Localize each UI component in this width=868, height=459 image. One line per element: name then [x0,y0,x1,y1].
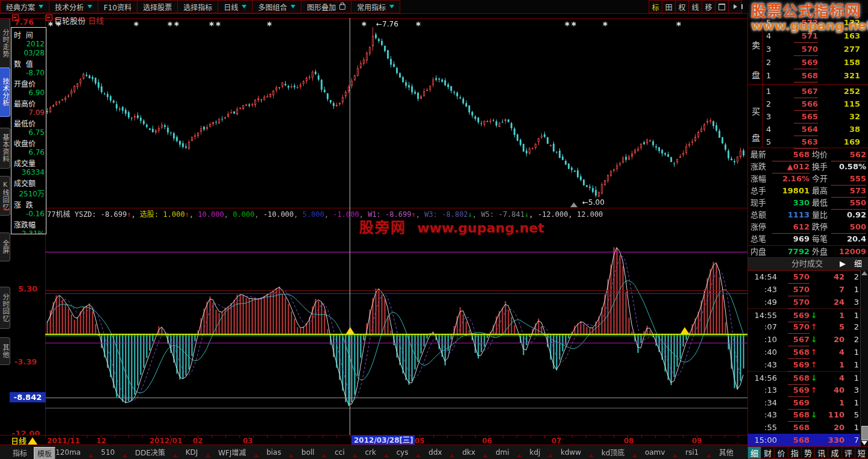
high-annotation: ←7.76 [376,20,398,28]
info-value: -8.70 [11,69,46,78]
candle-star-marker: * [362,23,366,29]
menu-item-label: 多图组合 [258,2,287,12]
menu-item-2[interactable]: F10资料 [98,0,137,13]
tick-row[interactable]: 14:56568↓41 [748,371,860,384]
tick-header-detail-btn[interactable]: 细 [854,258,862,270]
sidebar-tab-全屏[interactable]: 全屏 [0,233,10,261]
indicator-shortcut-cci[interactable]: cci [335,448,345,457]
indicator-shortcut-rsi1[interactable]: rsi1 [685,448,699,457]
panel-tab-短[interactable]: 短 [855,446,868,459]
tool-2[interactable]: 权 [676,0,689,13]
tick-row[interactable]: :07570↑52 [748,320,860,333]
panel-tab-评[interactable]: 评 [842,446,855,459]
indicator-shortcut-boll[interactable]: boll [301,448,315,457]
menu-item-0[interactable]: 经典方案 [0,0,49,13]
restore-window-button[interactable] [715,0,729,13]
indicator-shortcut-kdww[interactable]: kdww [561,448,581,457]
bottom-tab-指标[interactable]: 指标 [10,447,30,458]
indicator-shortcut-oamv[interactable]: oamv [645,448,665,457]
indicator-chart[interactable] [45,210,747,435]
indicator-shortcut-510[interactable]: 510 [101,448,115,457]
sidebar-tab-其他[interactable]: 其他 [0,337,10,365]
indicator-shortcut-DDE决策[interactable]: DDE决策 [135,447,165,457]
panel-tab-势[interactable]: 势 [802,446,815,459]
sidebar-tab-分时走势[interactable]: 分时走势 [0,18,10,69]
tool-3[interactable]: 线 [689,0,702,13]
tick-row[interactable]: :3456911 [748,396,860,409]
tick-volume: 4 [818,346,844,358]
menu-item-8[interactable]: 常用指标 [351,0,400,13]
tick-row[interactable]: :13569↑403 [748,384,860,396]
quote-value: 562 [831,149,866,161]
indicator-shortcut-dmi[interactable]: dmi [495,448,509,457]
info-value: 36334 [11,168,46,177]
indicator-shortcut-WFJ增减[interactable]: WFJ增减 [218,447,246,457]
tick-row[interactable]: :40568↑41 [748,346,860,358]
indicator-shortcut-kdj[interactable]: kdj [529,448,540,457]
chevron-down-icon [87,5,92,8]
tick-row[interactable]: :55568201 [748,421,860,434]
scroll-thumb[interactable] [861,426,868,440]
sidebar-tab-分时回忆[interactable]: 分时回忆 [0,287,10,329]
sidebar-tab-K线回忆[interactable]: K线回忆 [0,176,10,216]
tick-row[interactable]: :49570243 [748,296,860,308]
tick-row[interactable]: 14:55569↓11 [748,308,860,322]
indicator-shortcut-crk[interactable]: crk [365,448,376,457]
indicator-shortcut-kd顶底[interactable]: kd顶底 [602,447,625,457]
candlestick-chart[interactable] [45,17,747,208]
indicator-shortcut-dkx[interactable]: dkx [462,448,476,457]
tool-0[interactable]: 标 [649,0,662,13]
sidebar-tab-技术分析[interactable]: 技术分析 [0,67,10,117]
menu-item-4[interactable]: 选择指标 [178,0,218,13]
tick-row[interactable]: :10567↓202 [748,333,860,346]
sidebar-tab-基本资料[interactable]: 基本资料 [0,128,10,169]
indicator-shortcut-cys[interactable]: cys [396,448,408,457]
menu-item-5[interactable]: 日线 [218,0,253,13]
indicator-shortcut-KDJ[interactable]: KDJ [186,448,198,457]
panel-tab-讯[interactable]: 讯 [815,446,828,459]
date-label: 09 [692,437,702,445]
tick-scrollbar[interactable] [860,270,868,446]
indicator-shortcut-bias[interactable]: bias [266,448,281,457]
quote-info-row: 最新568均价562 [748,149,868,161]
bottom-tab-模板[interactable]: 模板 [34,447,55,459]
tick-volume: 1 [818,309,844,322]
menu-item-3[interactable]: 选择股票 [137,0,178,13]
scroll-down-icon[interactable] [861,441,867,445]
tick-volume: 330 [818,434,844,446]
info-label: 收盘价 [11,137,46,148]
panel-tab-指[interactable]: 指 [788,446,802,459]
tool-4[interactable]: 移 [702,0,715,13]
scroll-up-icon[interactable] [861,271,867,275]
tick-row[interactable]: :4357071 [748,283,860,296]
restore-icon [719,4,725,10]
quote-label: 量比 [812,209,828,221]
tick-row[interactable]: :43568↓1105 [748,408,860,421]
indicator-shortcut-120ma[interactable]: 120ma [55,448,81,457]
date-label: 05 [415,437,425,445]
tick-row[interactable]: :43569↑11 [748,358,860,371]
panel-tab-财[interactable]: 财 [761,446,775,459]
panel-tab-价[interactable]: 价 [775,446,788,459]
tick-row[interactable]: 14:54570422 [748,270,860,283]
play-icon[interactable]: ▶ [840,258,846,270]
indicator-shortcut-其他[interactable]: 其他 [719,447,734,457]
order-price: 564 [794,123,818,136]
next-window-button[interactable] [729,0,742,13]
tick-count: 2 [846,320,859,333]
menu-item-6[interactable]: 多图组合 [253,0,301,13]
order-volume: 277 [829,43,860,55]
tick-row[interactable]: 15:005683307 [748,434,860,446]
bottom-indicator-bar: 指标模板 120ma510DDE决策KDJWFJ增减biasbollccicrk… [0,445,747,459]
panel-tab-成[interactable]: 成 [828,446,841,459]
formula-segment: W3: -8.802 [424,210,468,219]
candle-star-marker: * [267,23,272,29]
menu-item-1[interactable]: 技术分析 [49,0,98,13]
menu-item-7[interactable]: 图形叠加 [301,0,351,13]
indicator-shortcut-ddx[interactable]: ddx [429,448,442,457]
tool-1[interactable]: 田 [662,0,676,13]
formula-segment: ↑ [185,210,189,219]
tick-list-header[interactable]: 分时成交 ▶ 细 [748,257,868,271]
panel-tab-细[interactable]: 细 [748,446,761,459]
tick-count: 5 [846,408,859,421]
